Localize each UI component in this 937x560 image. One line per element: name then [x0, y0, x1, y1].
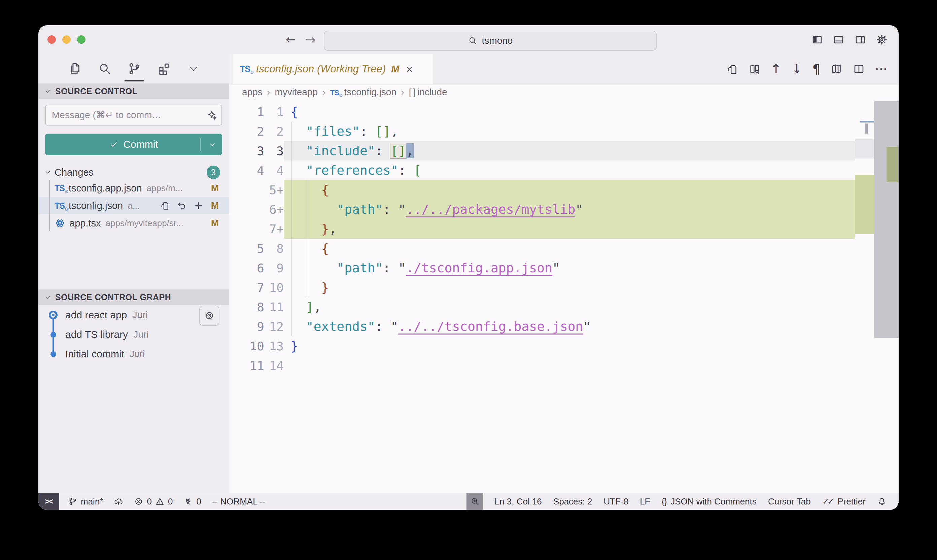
braces-icon: {}	[662, 497, 667, 506]
status-bar: >< main*000-- NORMAL -- Ln 3, Col 16Spac…	[38, 493, 899, 510]
gutter-old-line-number: 9	[229, 320, 264, 334]
code-line[interactable]: 7+ },	[229, 219, 855, 238]
change-row-app.tsx[interactable]: app.tsxapps/myviteapp/sr...M	[38, 214, 229, 232]
status-cursor-position[interactable]: Ln 3, Col 16	[495, 496, 542, 507]
activity-extensions[interactable]	[157, 54, 171, 83]
status-language-mode[interactable]: {}JSON with Comments	[662, 496, 756, 507]
chevron-down-icon	[44, 88, 52, 95]
file-name: app.tsx	[69, 218, 101, 229]
breadcrumb-item-myviteapp[interactable]: myviteapp	[275, 87, 318, 98]
code-line[interactable]: 6+ "path": "../../packages/mytslib"	[229, 200, 855, 219]
code-line[interactable]: 5+ {	[229, 180, 855, 200]
code-line[interactable]: 33 "include": [],	[229, 141, 855, 160]
status-branch[interactable]: main*	[68, 496, 103, 507]
status-encoding[interactable]: UTF-8	[603, 496, 628, 507]
code-line[interactable]: 1013}	[229, 336, 855, 356]
whitespace-icon[interactable]: ¶	[812, 63, 820, 75]
vertical-scrollbar[interactable]	[874, 100, 899, 493]
code-line[interactable]: 22 "files": [],	[229, 122, 855, 141]
commit-dot-icon	[51, 332, 56, 338]
status-eol[interactable]: LF	[640, 496, 650, 507]
commit-row[interactable]: add TS libraryJuri	[38, 325, 229, 344]
ts-file-icon: TS	[54, 201, 65, 211]
code-line[interactable]: 69 "path": "./tsconfig.app.json"	[229, 258, 855, 278]
stage-icon[interactable]	[194, 201, 204, 211]
open-file-icon[interactable]	[160, 201, 170, 211]
status-vim-mode[interactable]: -- NORMAL --	[212, 496, 266, 507]
breadcrumb-item-apps[interactable]: apps	[242, 87, 263, 98]
maximize-window-button[interactable]	[77, 35, 86, 44]
status-notifications[interactable]	[877, 497, 886, 506]
back-icon[interactable]: ←	[286, 33, 296, 46]
change-row-tsconfig.app.json[interactable]: TStsconfig.app.jsonapps/m...M	[38, 179, 229, 197]
tower-icon	[183, 497, 193, 506]
file-name: tsconfig.json	[69, 200, 123, 211]
commit-row[interactable]: Initial commitJuri	[38, 344, 229, 364]
tab-tsconfig-json[interactable]: TS tsconfig.json (Working Tree) M ×	[232, 54, 433, 84]
code-line[interactable]: 710 }	[229, 278, 855, 297]
commit-message-input[interactable]	[45, 105, 222, 126]
discard-icon[interactable]	[177, 201, 187, 211]
settings-icon[interactable]	[876, 34, 888, 46]
sparkle-icon[interactable]	[206, 109, 217, 121]
branch-label: main*	[81, 496, 103, 507]
open-file-icon[interactable]	[726, 63, 739, 75]
status-formatter[interactable]: ✓✓Prettier	[822, 496, 866, 507]
breadcrumb-item-include[interactable]: [ ]include	[409, 87, 447, 98]
status-cursor-tab[interactable]: Cursor Tab	[768, 496, 811, 507]
language-mode-label: JSON with Comments	[671, 496, 757, 507]
code-editor[interactable]: 11{22 "files": [],33 "include": [],44 "r…	[229, 100, 899, 493]
cursor-tab-label: Cursor Tab	[768, 496, 811, 507]
toggle-secondary-sidebar-icon[interactable]	[854, 34, 866, 46]
breadcrumb-item-tsconfig.json[interactable]: TS tsconfig.json	[330, 87, 397, 98]
activity-source-control[interactable]	[127, 54, 142, 83]
status-problems[interactable]: 00	[134, 496, 173, 507]
status-indentation[interactable]: Spaces: 2	[553, 496, 592, 507]
code-line[interactable]: 1114	[229, 356, 855, 375]
formatter-label: Prettier	[837, 496, 866, 507]
ports-label: 0	[196, 496, 201, 507]
commit-row[interactable]: add react appJuri	[38, 305, 229, 325]
close-tab-icon[interactable]: ×	[406, 63, 412, 76]
toggle-panel-icon[interactable]	[833, 34, 845, 46]
scrollbar-thumb[interactable]	[874, 101, 899, 338]
code-line[interactable]: 811 ],	[229, 297, 855, 317]
status-sync[interactable]	[114, 497, 123, 506]
source-control-graph-header[interactable]: SOURCE CONTROL GRAPH	[38, 289, 229, 305]
activity-additional-views[interactable]	[186, 54, 201, 83]
gutter-old-line-number: 8	[229, 300, 264, 314]
forward-icon[interactable]: →	[305, 33, 315, 46]
more-icon[interactable]: ···	[875, 63, 887, 75]
split-editor-icon[interactable]	[853, 63, 865, 75]
inline-view-icon[interactable]	[749, 63, 761, 75]
activity-explorer[interactable]	[68, 54, 82, 83]
activity-search[interactable]	[98, 54, 112, 83]
code-line[interactable]: 44 "references": [	[229, 160, 855, 180]
remote-indicator[interactable]: ><	[38, 493, 59, 510]
next-change-icon[interactable]: ↓	[792, 63, 802, 75]
commit-dropdown-icon[interactable]	[208, 140, 217, 149]
commit-graph-list: add react appJuriadd TS libraryJuriIniti…	[38, 305, 229, 364]
tab-modified-badge: M	[391, 64, 399, 75]
close-window-button[interactable]	[48, 35, 56, 44]
changes-header[interactable]: Changes 3	[38, 165, 229, 179]
modified-badge: M	[211, 200, 219, 211]
checkout-target-icon[interactable]	[199, 306, 220, 326]
status-zoom-indicator[interactable]	[466, 493, 483, 510]
code-line[interactable]: 58 {	[229, 238, 855, 258]
source-control-header[interactable]: SOURCE CONTROL	[38, 83, 229, 99]
change-row-tsconfig.json[interactable]: TStsconfig.jsona...M	[38, 197, 229, 214]
search-input[interactable]: tsmono	[324, 31, 657, 51]
gutter-new-line-number: 8	[264, 242, 284, 255]
minimize-window-button[interactable]	[62, 35, 71, 44]
code-line[interactable]: 912 "extends": "../../tsconfig.base.json…	[229, 317, 855, 336]
gutter-new-line-number: 3	[264, 144, 284, 158]
toggle-primary-sidebar-icon[interactable]	[811, 34, 823, 46]
code-line[interactable]: 11{	[229, 102, 855, 122]
commit-message: add react app	[65, 309, 127, 321]
prev-change-icon[interactable]: ↑	[771, 63, 782, 75]
map-icon[interactable]	[831, 63, 843, 75]
commit-button[interactable]: Commit	[45, 134, 222, 155]
minimap[interactable]	[855, 100, 874, 493]
status-ports[interactable]: 0	[183, 496, 201, 507]
